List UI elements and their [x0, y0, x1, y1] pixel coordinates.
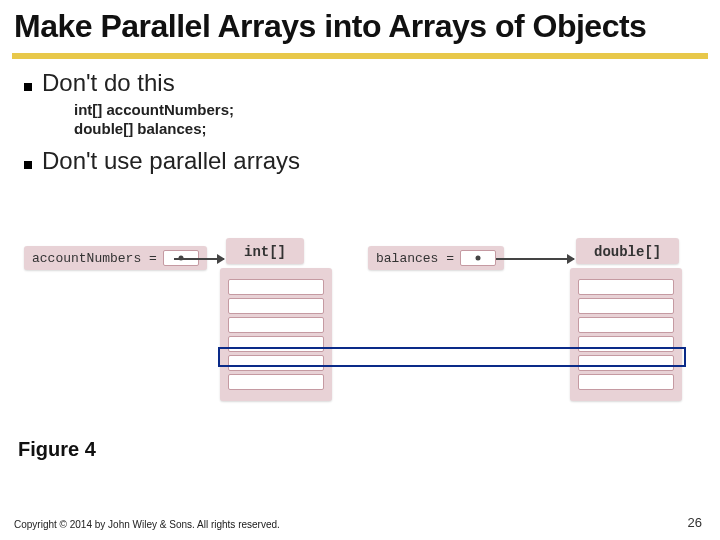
bullet-square-icon — [24, 161, 32, 169]
figure-4: accountNumbers = int[] balances = double… — [18, 238, 706, 418]
var-accountnumbers-label: accountNumbers = — [32, 251, 157, 266]
bullet-2-text: Don't use parallel arrays — [42, 147, 300, 175]
array-cell — [228, 317, 324, 333]
row-highlight-box — [218, 347, 686, 367]
code-line-2: double[] balances; — [74, 120, 706, 139]
array-cell — [578, 317, 674, 333]
type-double-array-box: double[] — [576, 238, 679, 264]
array-cell — [578, 298, 674, 314]
bullet-1: Don't do this — [24, 69, 706, 97]
array-cell — [578, 279, 674, 295]
arrow-icon — [496, 258, 574, 260]
figure-right-half: balances = double[] — [368, 238, 708, 418]
bullet-square-icon — [24, 83, 32, 91]
figure-caption: Figure 4 — [18, 438, 96, 461]
page-number: 26 — [688, 515, 702, 530]
double-array-cells — [570, 268, 682, 401]
ref-slot — [460, 250, 496, 266]
var-balances-label: balances = — [376, 251, 454, 266]
array-cell — [228, 279, 324, 295]
bullet-1-code: int[] accountNumbers; double[] balances; — [74, 101, 706, 139]
copyright-footer: Copyright © 2014 by John Wiley & Sons. A… — [14, 519, 280, 530]
var-balances-box: balances = — [368, 246, 504, 270]
arrow-icon — [174, 258, 224, 260]
code-line-1: int[] accountNumbers; — [74, 101, 706, 120]
bullet-list: Don't do this int[] accountNumbers; doub… — [0, 69, 720, 175]
array-cell — [578, 374, 674, 390]
bullet-1-text: Don't do this — [42, 69, 175, 97]
array-cell — [228, 298, 324, 314]
figure-left-half: accountNumbers = int[] — [18, 238, 358, 418]
type-int-array-box: int[] — [226, 238, 304, 264]
bullet-2: Don't use parallel arrays — [24, 147, 706, 175]
slide-title: Make Parallel Arrays into Arrays of Obje… — [0, 0, 720, 51]
title-underline — [12, 53, 708, 59]
slide: Make Parallel Arrays into Arrays of Obje… — [0, 0, 720, 540]
int-array-cells — [220, 268, 332, 401]
array-cell — [228, 374, 324, 390]
ref-dot-icon — [476, 256, 481, 261]
